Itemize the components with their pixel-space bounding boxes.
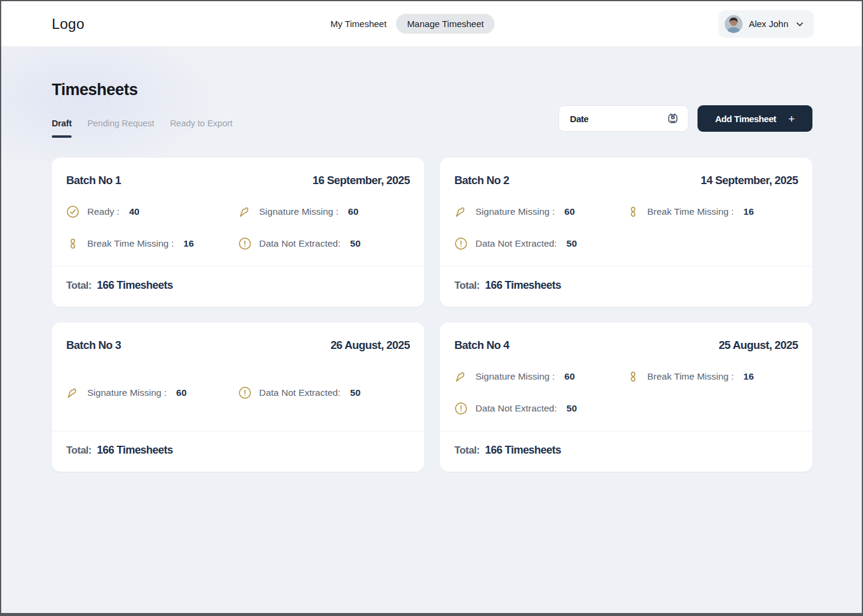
stat-signature-missing: Signature Missing : 60 — [454, 205, 626, 218]
stat-label: Break Time Missing : — [648, 371, 734, 382]
plus-icon: + — [788, 113, 795, 125]
batch-stats: Signature Missing : 60 Break Time Missin… — [440, 187, 812, 266]
stat-label: Ready : — [87, 206, 119, 217]
hourglass-icon — [66, 237, 79, 250]
logo: Logo — [52, 16, 84, 32]
tab-ready-to-export[interactable]: Ready to Export — [170, 119, 232, 138]
batch-card-header: Batch No 3 26 August, 2025 — [52, 322, 424, 352]
stat-label: Signature Missing : — [475, 371, 555, 382]
main-nav: My Timesheet Manage Timesheet — [330, 1, 495, 46]
alert-circle-icon — [454, 402, 468, 415]
alert-circle-icon — [454, 237, 468, 250]
check-circle-icon — [66, 205, 79, 218]
batch-title: Batch No 2 — [454, 174, 509, 187]
batch-date: 16 September, 2025 — [312, 174, 410, 187]
signature-icon — [454, 370, 468, 383]
user-avatar — [725, 15, 743, 33]
tab-bar: Draft Pending Request Ready to Export — [52, 119, 232, 138]
alert-circle-icon — [238, 386, 252, 399]
stat-value: 16 — [743, 206, 753, 217]
alert-circle-icon — [238, 237, 252, 250]
stat-break-time-missing: Break Time Missing : 16 — [66, 237, 238, 250]
total-value: 166 Timesheets — [485, 279, 561, 292]
stat-break-time-missing: Break Time Missing : 16 — [626, 370, 799, 383]
batch-card-header: Batch No 1 16 September, 2025 — [52, 158, 424, 187]
signature-icon — [238, 205, 252, 218]
batch-card-grid: Batch No 1 16 September, 2025 Ready : 40… — [52, 158, 812, 472]
stat-label: Data Not Extracted: — [475, 403, 557, 414]
total-label: Total: — [66, 280, 91, 292]
batch-date: 14 September, 2025 — [701, 174, 798, 187]
batch-card-footer: Total: 166 Timesheets — [440, 266, 812, 307]
total-label: Total: — [66, 445, 91, 457]
total-label: Total: — [454, 280, 480, 292]
batch-card-footer: Total: 166 Timesheets — [440, 431, 812, 472]
date-filter-label: Date — [570, 114, 589, 124]
user-menu[interactable]: Alex John — [719, 10, 814, 38]
stat-value: 16 — [743, 371, 753, 382]
stat-data-not-extracted: Data Not Extracted: 50 — [238, 386, 410, 399]
top-nav-bar: Logo My Timesheet Manage Timesheet Alex … — [1, 1, 862, 47]
stat-ready: Ready : 40 — [66, 205, 238, 218]
stat-value: 60 — [565, 371, 575, 382]
stat-label: Signature Missing : — [87, 387, 167, 398]
batch-card-header: Batch No 4 25 August, 2025 — [440, 322, 812, 352]
user-name: Alex John — [749, 19, 788, 29]
batch-card-footer: Total: 166 Timesheets — [52, 266, 424, 307]
chevron-down-icon — [794, 19, 805, 29]
stat-value: 50 — [566, 403, 577, 414]
signature-icon — [66, 386, 79, 399]
main-content: Timesheets Draft Pending Request Ready t… — [1, 81, 862, 472]
stat-value: 60 — [565, 206, 575, 217]
nav-manage-timesheet[interactable]: Manage Timesheet — [396, 14, 495, 34]
stat-label: Data Not Extracted: — [259, 238, 341, 249]
batch-card-header: Batch No 2 14 September, 2025 — [440, 158, 812, 187]
total-label: Total: — [454, 445, 480, 457]
tab-pending-request[interactable]: Pending Request — [87, 119, 154, 138]
hourglass-icon — [626, 205, 640, 218]
toolbar: Draft Pending Request Ready to Export Da… — [52, 105, 812, 138]
page-title: Timesheets — [52, 81, 812, 99]
batch-date: 26 August, 2025 — [330, 339, 410, 352]
stat-label: Signature Missing : — [475, 206, 555, 217]
total-value: 166 Timesheets — [485, 444, 561, 457]
batch-stats: Signature Missing : 60 Break Time Missin… — [440, 352, 812, 431]
nav-my-timesheet[interactable]: My Timesheet — [330, 19, 386, 29]
stat-signature-missing: Signature Missing : 60 — [454, 370, 626, 383]
total-value: 166 Timesheets — [97, 279, 173, 292]
batch-title: Batch No 4 — [454, 339, 509, 352]
add-timesheet-label: Add Timesheet — [715, 114, 776, 124]
date-filter-input[interactable]: Date 8 — [558, 105, 688, 132]
batch-title: Batch No 1 — [66, 174, 121, 187]
stat-value: 50 — [350, 387, 360, 398]
stat-label: Signature Missing : — [259, 206, 339, 217]
total-value: 166 Timesheets — [97, 444, 173, 457]
stat-data-not-extracted: Data Not Extracted: 50 — [454, 237, 626, 250]
batch-date: 25 August, 2025 — [719, 339, 798, 352]
toolbar-controls: Date 8 Add Timesheet + — [558, 105, 812, 132]
stat-label: Break Time Missing : — [87, 238, 174, 249]
batch-card-footer: Total: 166 Timesheets — [52, 431, 424, 472]
batch-card-4: Batch No 4 25 August, 2025 Signature Mis… — [440, 322, 812, 472]
stat-label: Break Time Missing : — [648, 206, 734, 217]
stat-value: 60 — [348, 206, 358, 217]
stat-value: 50 — [350, 238, 360, 249]
stat-value: 16 — [184, 238, 194, 249]
stat-value: 50 — [566, 238, 577, 249]
stat-signature-missing: Signature Missing : 60 — [238, 205, 410, 218]
batch-card-2: Batch No 2 14 September, 2025 Signature … — [440, 158, 812, 307]
batch-stats: Signature Missing : 60 Data Not Extracte… — [52, 352, 424, 431]
stat-signature-missing: Signature Missing : 60 — [66, 386, 238, 399]
signature-icon — [454, 205, 468, 218]
add-timesheet-button[interactable]: Add Timesheet + — [698, 105, 812, 132]
batch-stats: Ready : 40 Signature Missing : 60 Break … — [52, 187, 424, 266]
tab-draft[interactable]: Draft — [52, 119, 72, 138]
hourglass-icon — [626, 370, 640, 383]
stat-data-not-extracted: Data Not Extracted: 50 — [454, 402, 626, 415]
stat-label: Data Not Extracted: — [259, 387, 341, 398]
stat-break-time-missing: Break Time Missing : 16 — [626, 205, 799, 218]
batch-title: Batch No 3 — [66, 339, 121, 352]
batch-card-1: Batch No 1 16 September, 2025 Ready : 40… — [52, 158, 424, 307]
stat-label: Data Not Extracted: — [475, 238, 557, 249]
batch-card-3: Batch No 3 26 August, 2025 Signature Mis… — [52, 322, 424, 472]
